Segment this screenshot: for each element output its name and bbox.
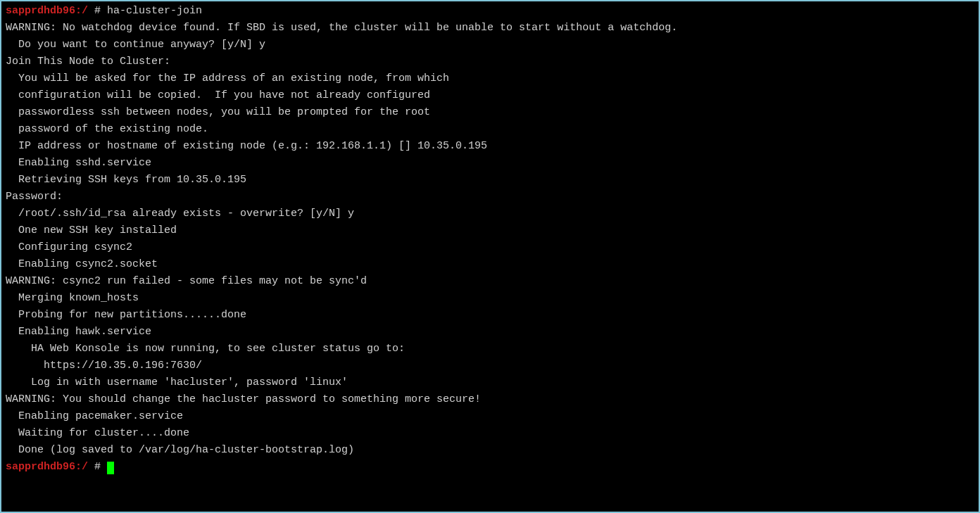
output-line: Probing for new partitions......done (6, 307, 974, 324)
output-line: IP address or hostname of existing node … (6, 138, 974, 155)
output-line: Do you want to continue anyway? [y/N] y (6, 37, 974, 53)
output-line: Join This Node to Cluster: (6, 53, 974, 70)
output-line: Password: (6, 189, 974, 205)
output-line: WARNING: csync2 run failed - some files … (6, 273, 974, 290)
output-line: configuration will be copied. If you hav… (6, 87, 974, 104)
shell-prompt-host: sapprdhdb96:/ (6, 5, 88, 17)
output-line: Enabling hawk.service (6, 324, 974, 341)
output-line: password of the existing node. (6, 121, 974, 138)
output-line: Configuring csync2 (6, 239, 974, 256)
prompt-line-2[interactable]: sapprdhdb96:/ # (6, 459, 974, 476)
output-line: Done (log saved to /var/log/ha-cluster-b… (6, 442, 974, 459)
command-input: ha-cluster-join (107, 5, 202, 17)
shell-prompt-host: sapprdhdb96:/ (6, 461, 88, 473)
terminal-window[interactable]: sapprdhdb96:/ # ha-cluster-joinWARNING: … (1, 1, 979, 512)
output-line: HA Web Konsole is now running, to see cl… (6, 341, 974, 357)
output-line: Log in with username 'hacluster', passwo… (6, 374, 974, 391)
output-line: /root/.ssh/id_rsa already exists - overw… (6, 205, 974, 222)
output-line: https://10.35.0.196:7630/ (6, 357, 974, 374)
shell-prompt-hash: # (88, 461, 107, 473)
output-line: Waiting for cluster....done (6, 425, 974, 442)
output-line: Retrieving SSH keys from 10.35.0.195 (6, 172, 974, 189)
output-line: Enabling csync2.socket (6, 256, 974, 273)
shell-prompt-hash: # (88, 5, 107, 17)
output-line: WARNING: You should change the hacluster… (6, 391, 974, 408)
output-line: passwordless ssh between nodes, you will… (6, 104, 974, 121)
output-line: Enabling pacemaker.service (6, 408, 974, 425)
output-line: Merging known_hosts (6, 290, 974, 307)
cursor-block (107, 462, 114, 474)
output-line: Enabling sshd.service (6, 155, 974, 172)
output-line: One new SSH key installed (6, 222, 974, 239)
output-line: WARNING: No watchdog device found. If SB… (6, 20, 974, 37)
prompt-line-1: sapprdhdb96:/ # ha-cluster-join (6, 3, 974, 20)
output-line: You will be asked for the IP address of … (6, 70, 974, 87)
